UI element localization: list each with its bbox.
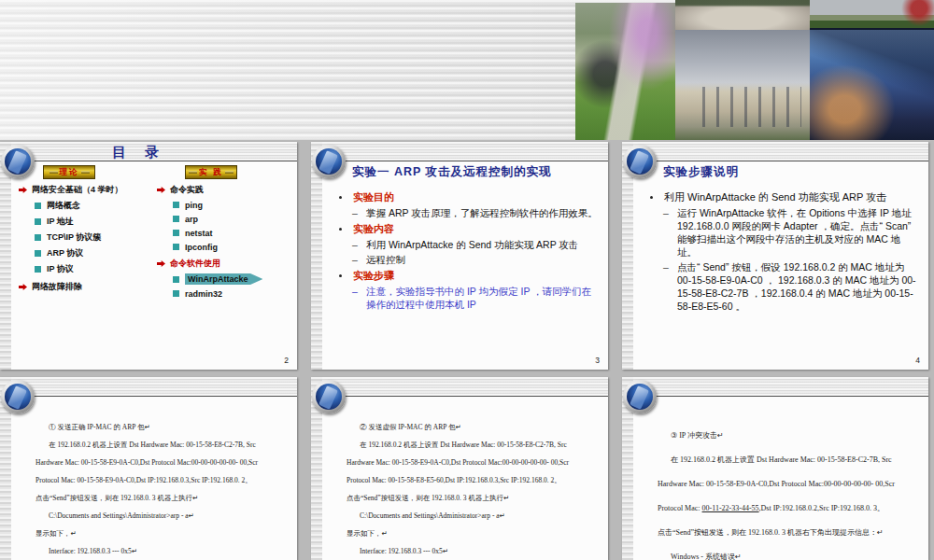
arrow-bullet-icon xyxy=(157,260,165,268)
slide-top-band xyxy=(622,377,928,396)
doc-line: Hardware Mac: 00-15-58-E9-0A-C0,Dst Prot… xyxy=(658,472,919,497)
square-bullet-icon xyxy=(35,234,41,241)
dash-bullet-icon: – xyxy=(663,260,672,313)
slide-title: 实验步骤说明 xyxy=(663,164,921,180)
doc-line: 在 192.168.0.2 机器上设置 Dst Hardware Mac: 00… xyxy=(347,436,599,454)
toc-item[interactable]: ping xyxy=(173,200,297,210)
section-heading: 实验步骤 xyxy=(337,269,601,283)
campus-street-photo xyxy=(810,0,934,28)
arrow-bullet-icon xyxy=(19,284,27,291)
doc-line: 在 192.168.0.2 机器上设置 Dst Hardware Mac: 00… xyxy=(658,448,919,472)
arrow-bullet-icon xyxy=(157,187,165,194)
toc-item[interactable]: IP 协议 xyxy=(35,263,161,275)
doc-line-part: Protocol Mac: xyxy=(658,504,702,512)
doc-line: ③ IP 冲突攻击↵ xyxy=(658,424,919,448)
doc-line: 点击“Send”按钮发送，则在 192.168.0. 3 机器右下角出现提示信息… xyxy=(658,521,919,545)
toc-item[interactable]: IP 地址 xyxy=(35,216,161,228)
slide-top-band xyxy=(311,377,608,396)
globe-logo-icon xyxy=(1,380,35,413)
toc-item[interactable]: 网络概念 xyxy=(35,200,161,212)
globe-logo-icon xyxy=(623,145,657,178)
toc-item[interactable]: 命令实践 xyxy=(157,184,297,196)
toc-item[interactable]: 网络安全基础（4 学时） xyxy=(19,184,161,196)
toc-item-label: Ipconfig xyxy=(185,243,218,252)
campus-stone-photo xyxy=(675,0,810,30)
toc-item[interactable]: netstat xyxy=(173,228,297,238)
slide-doc-correct-arp[interactable]: ① 发送正确 IP-MAC 的 ARP 包↵ 在 192.168.0.2 机器上… xyxy=(0,377,297,560)
header-banner xyxy=(0,0,934,140)
slide-content: 实验一 ARP 攻击及远程控制的实现 实验目的 –掌握 ARP 攻击原理，了解远… xyxy=(352,164,601,313)
toc-item-label: 命令软件使用 xyxy=(170,258,220,270)
square-bullet-icon xyxy=(35,250,41,257)
sub-bullet: –远程控制 xyxy=(352,253,601,266)
slide-title: 实验一 ARP 攻击及远程控制的实现 xyxy=(352,164,601,180)
theory-ribbon-button[interactable]: 理论 xyxy=(43,165,95,179)
toc-item[interactable]: arp xyxy=(173,214,297,224)
document-text: ③ IP 冲突攻击↵ 在 192.168.0.2 机器上设置 Dst Hardw… xyxy=(658,424,919,560)
toc-item[interactable]: ARP 协议 xyxy=(35,247,161,259)
square-bullet-icon xyxy=(173,202,179,208)
campus-building-day-photo xyxy=(675,30,810,140)
globe-logo-icon xyxy=(623,380,657,413)
slide-divider-line xyxy=(635,396,928,397)
slide-doc-ip-conflict[interactable]: ③ IP 冲突攻击↵ 在 192.168.0.2 机器上设置 Dst Hardw… xyxy=(622,377,928,560)
slide-doc-fake-arp[interactable]: ② 发送虚假 IP-MAC 的 ARP 包↵ 在 192.168.0.2 机器上… xyxy=(311,377,608,560)
page-number: 2 xyxy=(284,356,289,365)
dash-bullet-icon: – xyxy=(352,285,361,311)
toc-item[interactable]: TCP\IP 协议簇 xyxy=(35,231,161,244)
dash-bullet-icon: – xyxy=(663,206,672,259)
toc-item[interactable]: 网络故障排除 xyxy=(19,281,161,293)
section-heading: 实验内容 xyxy=(337,222,601,236)
slide-title: 目 录 xyxy=(0,144,278,161)
doc-line: ① 发送正确 IP-MAC 的 ARP 包↵ xyxy=(35,418,288,436)
square-bullet-icon xyxy=(173,216,179,222)
toc-item[interactable]: Ipconfig xyxy=(173,242,297,252)
toc-item[interactable]: 命令软件使用 xyxy=(157,258,297,270)
practice-ribbon-button[interactable]: 实 践 xyxy=(185,165,237,179)
toc-item-highlighted[interactable]: WinArpAttacke xyxy=(173,273,297,285)
doc-line: 在 192.168.0.2 机器上设置 Dst Hardware Mac: 00… xyxy=(35,436,288,454)
slide-experiment-intro[interactable]: 实验一 ARP 攻击及远程控制的实现 实验目的 –掌握 ARP 攻击原理，了解远… xyxy=(311,142,608,370)
square-bullet-icon xyxy=(35,218,41,225)
dot-bullet-icon xyxy=(339,274,342,277)
slide-toc[interactable]: 目 录 理论 实 践 网络安全基础（4 学时） 网络概念 IP 地址 TCP\I… xyxy=(0,142,297,370)
sub-bullet: –掌握 ARP 攻击原理，了解远程控制软件的作用效果。 xyxy=(352,206,601,219)
toc-item-label: 网络概念 xyxy=(47,200,80,212)
slide-divider-line xyxy=(635,161,928,161)
sub-bullet: –利用 WinArpAttacke 的 Send 功能实现 ARP 攻击 xyxy=(352,238,601,251)
slide-divider-line xyxy=(324,396,608,397)
doc-line: ② 发送虚假 IP-MAC 的 ARP 包↵ xyxy=(347,418,599,436)
globe-logo-icon xyxy=(312,145,346,178)
doc-line: 点击“Send”按钮发送，则在 192.168.0. 3 机器上执行↵ xyxy=(347,489,599,507)
doc-line: Protocol Mac: 00-15-58-E8-E5-60,Dst IP:1… xyxy=(347,471,599,489)
arrow-bullet-icon xyxy=(19,187,27,194)
slide-steps-description[interactable]: 实验步骤说明 利用 WinArpAttacke 的 Send 功能实现 ARP … xyxy=(622,142,928,370)
doc-line: 点击“Send”按钮发送，则在 192.168.0. 3 机器上执行↵ xyxy=(35,489,288,507)
highlight-arrow-shape: WinArpAttacke xyxy=(185,273,262,285)
toc-item-label: 命令实践 xyxy=(170,184,204,196)
toc-item-label: arp xyxy=(185,215,198,224)
document-text: ② 发送虚假 IP-MAC 的 ARP 包↵ 在 192.168.0.2 机器上… xyxy=(347,418,599,560)
slide-content: 实验步骤说明 利用 WinArpAttacke 的 Send 功能实现 ARP … xyxy=(663,164,921,315)
toc-item-label: IP 地址 xyxy=(47,216,74,228)
section-heading: 实验目的 xyxy=(337,190,601,204)
doc-line: C:\Documents and Settings\Administrator>… xyxy=(347,507,599,525)
dash-bullet-icon: – xyxy=(352,253,361,266)
page-number: 4 xyxy=(915,356,920,365)
dash-bullet-icon: – xyxy=(352,206,361,219)
doc-line: Interface: 192.168.0.3 --- 0x5↵ xyxy=(35,542,288,560)
doc-line: Windows - 系统错误↵ xyxy=(658,545,919,560)
slide-top-band xyxy=(311,142,608,161)
slide-divider-line xyxy=(324,161,608,161)
doc-line: 显示如下，↵ xyxy=(35,525,288,542)
doc-line: Hardware Mac: 00-15-58-E9-0A-C0,Dst Prot… xyxy=(347,454,599,471)
campus-park-photo xyxy=(575,3,675,140)
toc-right-column: 命令实践 ping arp netstat Ipconfig 命令软件使用 Wi… xyxy=(157,184,297,302)
toc-item[interactable]: radmin32 xyxy=(173,288,297,299)
slide-top-band xyxy=(622,142,928,161)
dot-bullet-icon xyxy=(339,196,342,199)
doc-line: Hardware Mac: 00-15-58-E9-0A-C0,Dst Prot… xyxy=(35,454,288,471)
sub-bullet: –点击“ Send” 按钮，假设 192.168.0.2 的 MAC 地址为 0… xyxy=(663,260,921,313)
doc-line: Protocol Mac: 00-11-22-33-44-55,Dst IP:1… xyxy=(658,497,919,521)
square-bullet-icon xyxy=(173,244,179,250)
